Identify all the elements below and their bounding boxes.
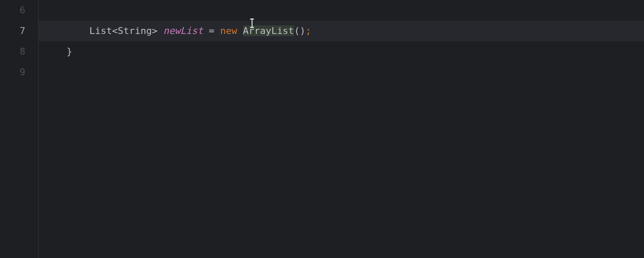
- space: [158, 25, 163, 36]
- token-angle-close: >: [152, 25, 158, 36]
- token-type-list: List: [89, 25, 112, 36]
- token-angle-open: <: [112, 25, 118, 36]
- token-keyword-new: new: [220, 25, 237, 36]
- indent: [44, 21, 89, 41]
- code-area[interactable]: List<String> newList = new ArrayList(); …: [39, 0, 644, 258]
- code-line-7[interactable]: List<String> newList = new ArrayList();: [39, 21, 644, 41]
- line-number-gutter: 6 7 8 9: [0, 0, 39, 258]
- token-semicolon: ;: [305, 25, 311, 36]
- token-variable: newList: [163, 25, 203, 36]
- indent: [44, 41, 67, 62]
- code-line-9[interactable]: [39, 62, 644, 83]
- token-class-arraylist: ArrayList: [243, 25, 294, 36]
- code-line-8[interactable]: }: [39, 41, 644, 62]
- token-paren-open: (: [294, 25, 300, 36]
- token-equals: =: [209, 25, 214, 36]
- token-type-string: String: [118, 25, 152, 36]
- space: [203, 25, 209, 36]
- line-number: 7: [0, 21, 38, 41]
- line-number: 9: [0, 62, 38, 83]
- space: [214, 25, 220, 36]
- line-number: 6: [0, 0, 38, 21]
- token-paren-close: ): [300, 25, 305, 36]
- token-brace-close: }: [67, 46, 72, 57]
- code-line-6[interactable]: [39, 0, 644, 21]
- line-number: 8: [0, 41, 38, 62]
- space: [237, 25, 243, 36]
- code-editor[interactable]: 6 7 8 9 List<String> newList = new Array…: [0, 0, 644, 258]
